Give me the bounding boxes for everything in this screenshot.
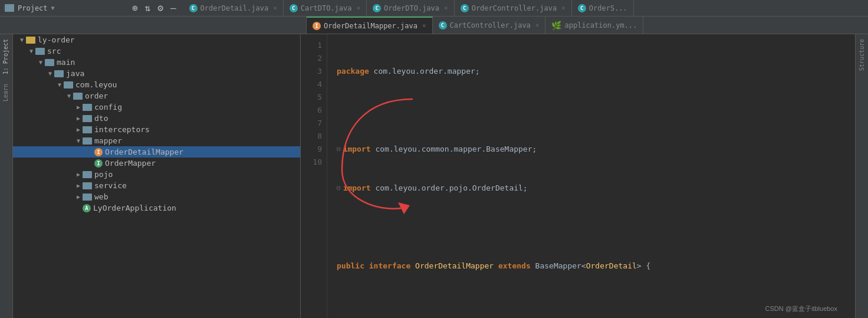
folder-icon [5,4,14,12]
tab-icon-ordercontroller: C [461,4,469,12]
tree-item-config[interactable]: ▶ config [13,101,300,113]
add-button[interactable]: ⊕ [130,2,140,14]
folder-icon-config [83,104,92,111]
sort-button[interactable]: ⇅ [143,2,153,14]
tab-icon-orderdetailmapper: I [313,22,321,30]
folder-icon-interceptors [83,126,92,133]
tab-cartdto-java[interactable]: C CartDTO.java × [284,0,367,16]
tab-row-2-spacer [0,17,307,34]
file-icon-ordermapper: I [94,159,103,168]
left-side-panel: 1: Project Learn [0,34,13,318]
minimize-button[interactable]: — [168,2,179,14]
tab-icon-orders: C [578,4,586,12]
tree-arrow-web: ▶ [74,194,83,200]
tab-label-orderdto: OrderDTO.java [384,4,439,12]
tree-arrow-main: ▼ [37,59,45,65]
tab-close-orderdetailmapper[interactable]: × [422,22,426,29]
project-side-label[interactable]: 1: Project [0,34,12,79]
tree-label-src: src [47,47,61,55]
top-bar: Project ▼ ⊕ ⇅ ⚙ — C OrderDetail.java × C… [0,0,868,17]
code-line-3: ⊟import com.leyou.common.mapper.BaseMapp… [337,143,846,156]
tab-close-cartdto[interactable]: × [356,4,360,12]
folder-icon-pojo [83,171,92,178]
tree-label-ly-order: ly-order [38,35,75,44]
tree-label-dto: dto [94,114,108,123]
tab-cartcontroller-java[interactable]: C CartController.java × [433,17,546,34]
code-line-6: public interface OrderDetailMapper exten… [337,260,846,273]
right-side-panel: Structure [855,34,868,318]
tree-label-order: order [85,91,108,100]
project-label: Project [18,4,48,12]
folder-icon-dto [83,115,92,122]
tree-item-java[interactable]: ▼ java [13,68,300,79]
folder-icon-java [54,70,64,77]
tree-arrow-dto: ▶ [74,115,83,122]
tree-label-ordermapper: OrderMapper [105,159,156,168]
tab-label-orderdetail: OrderDetail.java [200,4,269,12]
tree-arrow-com-leyou: ▼ [55,81,64,88]
tree-item-main[interactable]: ▼ main [13,57,300,68]
tree-label-config: config [94,103,122,112]
tree-label-orderdetailmapper: OrderDetailMapper [105,147,183,156]
tree-item-service[interactable]: ▶ service [13,180,300,191]
tab-label-ordercontroller: OrderController.java [472,4,557,12]
code-line-1: package com.leyou.order.mapper; [337,65,846,78]
tree-item-web[interactable]: ▶ web [13,191,300,202]
learn-side-label[interactable]: Learn [0,79,12,106]
tab-icon-orderdto: C [373,4,381,12]
tree-arrow-java: ▼ [46,70,54,77]
file-icon-lyorderapplication: A [83,204,91,212]
code-line-4: ⊟import com.leyou.order.pojo.OrderDetail… [337,182,846,195]
tab-row-2: I OrderDetailMapper.java × C CartControl… [0,17,868,34]
code-editor[interactable]: package com.leyou.order.mapper; ⊟import … [327,34,855,318]
tab-orders-java[interactable]: C OrderS... [572,0,634,16]
tab-label-cartdto: CartDTO.java [301,4,352,12]
tree-item-src[interactable]: ▼ src [13,45,300,57]
tree-item-ordermapper[interactable]: I OrderMapper [13,158,300,169]
tab-label-orders: OrderS... [589,4,627,12]
tab-close-ordercontroller[interactable]: × [561,4,565,12]
tree-item-lyorderapplication[interactable]: A LyOrderApplication [13,202,300,214]
tab-close-cartcontroller[interactable]: × [535,21,540,29]
tree-item-order[interactable]: ▼ order [13,90,300,101]
tree-arrow-interceptors: ▶ [74,126,83,133]
tab-label-application-yml: application.ym... [564,21,637,29]
tree-label-java: java [66,69,84,78]
tab-orderdto-java[interactable]: C OrderDTO.java × [367,0,455,16]
tab-orderdetailmapper-java[interactable]: I OrderDetailMapper.java × [307,17,433,34]
tree-arrow-ly-order: ▼ [18,37,26,43]
tree-arrow-service: ▶ [74,182,83,189]
tab-application-yml[interactable]: 🌿 application.ym... [545,17,643,34]
tree-arrow-config: ▶ [74,104,83,110]
tab-row-1: C OrderDetail.java × C CartDTO.java × C … [183,0,634,16]
tree-item-mapper[interactable]: ▼ mapper [13,135,300,146]
tab-close-orderdetail[interactable]: × [273,4,277,12]
settings-button[interactable]: ⚙ [155,2,166,14]
tree-item-ly-order[interactable]: ▼ ly-order [13,34,300,45]
tree-item-dto[interactable]: ▶ dto [13,113,300,124]
tab-close-orderdto[interactable]: × [444,4,448,12]
watermark: CSDN @蓝盒子itbluebox [765,304,837,313]
tab-icon-cartcontroller: C [439,21,447,29]
tree-arrow-src: ▼ [27,48,35,54]
folder-icon-order [73,93,83,100]
folder-icon-com-leyou [64,81,73,88]
structure-side-label[interactable]: Structure [856,34,867,76]
tab-icon-application-yml: 🌿 [551,21,561,30]
project-title-area: Project ▼ [0,4,118,12]
file-icon-orderdetailmapper: I [94,148,103,156]
project-tree: ▼ ly-order ▼ src ▼ main ▼ java ▼ com.le [13,34,301,318]
tab-ordercontroller-java[interactable]: C OrderController.java × [455,0,572,16]
tree-item-interceptors[interactable]: ▶ interceptors [13,124,300,135]
tree-label-mapper: mapper [94,136,122,145]
tab-orderdetail-java[interactable]: C OrderDetail.java × [183,0,284,16]
tree-item-orderdetailmapper[interactable]: I OrderDetailMapper [13,146,300,158]
line-numbers: 1 2 3 4 5 6 7 8 9 10 [301,34,327,318]
tree-item-com-leyou[interactable]: ▼ com.leyou [13,79,300,90]
tree-label-pojo: pojo [94,170,113,179]
tab-label-orderdetailmapper: OrderDetailMapper.java [324,22,417,30]
dropdown-arrow-icon[interactable]: ▼ [51,5,55,11]
folder-icon-web [83,194,92,201]
editor-area: 1 2 3 4 5 6 7 8 9 10 package com.leyou.o… [301,34,855,318]
tree-item-pojo[interactable]: ▶ pojo [13,169,300,180]
